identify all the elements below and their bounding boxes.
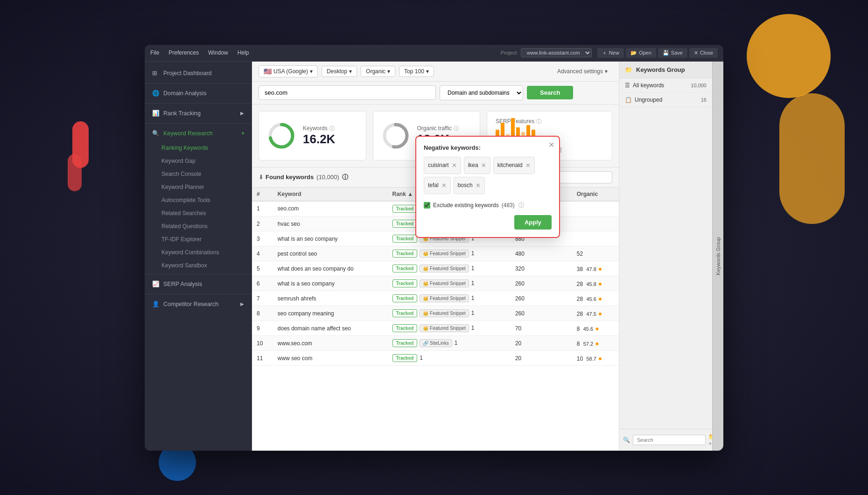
kd-dot: ● (595, 325, 599, 332)
organic-help-icon[interactable]: ⓘ (454, 125, 459, 132)
close-button[interactable]: ✕ Close (689, 48, 718, 58)
cell-rank: Tracked 👑 Featured Snippet 1 (388, 291, 511, 306)
neg-keyword-remove-button[interactable]: ✕ (476, 182, 481, 189)
keyword-text: seo.com (278, 205, 299, 212)
tracked-badge: Tracked (392, 279, 418, 287)
keyword-text: semrush ahrefs (278, 295, 316, 302)
sidebar-sub-keyword-gap[interactable]: Keyword Gap (145, 154, 252, 167)
neg-keyword-text: kitchenaid (497, 162, 523, 168)
exclude-help-icon[interactable]: ⓘ (518, 202, 524, 209)
rank-value: 1 (471, 265, 475, 272)
sidebar-sub-keyword-planner[interactable]: Keyword Planner (145, 181, 252, 194)
neg-keyword-tag: tefal✕ (424, 177, 451, 194)
keyword-text: seo company meaning (278, 310, 334, 317)
rank-tracking-arrow: ▶ (240, 111, 244, 116)
menu-file[interactable]: File (150, 49, 159, 56)
col-keyword[interactable]: Keyword (273, 188, 388, 201)
close-icon: ✕ (694, 50, 698, 56)
organic-traffic-donut (382, 122, 410, 150)
menu-window[interactable]: Window (208, 49, 228, 56)
cell-num: 4 (252, 246, 273, 261)
neg-keyword-remove-button[interactable]: ✕ (441, 182, 447, 189)
table-row: 11 www seo com Tracked 1 20 10 58.7● (252, 351, 619, 366)
expand-icon[interactable]: ⬇ (259, 174, 264, 181)
project-selector[interactable]: www.link-assistant.com (521, 48, 592, 57)
cell-num: 11 (252, 351, 273, 366)
sidebar-item-domain-analysis[interactable]: 🌐 Domain Analysis (145, 85, 252, 101)
cell-num: 9 (252, 321, 273, 336)
save-icon: 💾 (663, 50, 669, 56)
cell-num: 1 (252, 201, 273, 216)
cell-searches: 320 (511, 261, 572, 276)
sidebar-sub-tfidf-explorer[interactable]: TF-IDF Explorer (145, 233, 252, 246)
neg-keywords-list: cuisinart✕ikea✕kitchenaid✕tefal✕bosch✕ (424, 157, 552, 194)
neg-keyword-remove-button[interactable]: ✕ (452, 162, 457, 169)
device-selector[interactable]: Desktop ▾ (322, 66, 357, 77)
new-button[interactable]: ＋ New (597, 48, 624, 58)
location-chevron: ▾ (310, 68, 313, 75)
cell-searches: 260 (511, 291, 572, 306)
sidebar-item-keyword-research[interactable]: 🔍 Keyword Research ▾ (145, 125, 252, 141)
advanced-settings-button[interactable]: Advanced settings ▾ (553, 66, 612, 77)
menu-bar: File Preferences Window Help (150, 49, 501, 56)
sidebar-divider-1 (145, 83, 252, 84)
sidebar-sub-related-questions[interactable]: Related Questions (145, 220, 252, 233)
serp-help-icon[interactable]: ⓘ (536, 118, 541, 125)
sidebar-sub-related-searches[interactable]: Related Searches (145, 207, 252, 220)
vertical-tab[interactable]: Keywords Group (712, 62, 723, 451)
keywords-help-icon[interactable]: ⓘ (329, 125, 335, 132)
cell-rank: Tracked 👑 Featured Snippet 1 (388, 306, 511, 321)
keyword-text: what is an seo company (278, 236, 338, 242)
search-scope-selector[interactable]: Domain and subdomains (440, 85, 523, 100)
neg-keywords-close-button[interactable]: ✕ (548, 140, 554, 149)
flag-icon: 🇺🇸 (264, 68, 272, 75)
tracked-badge: Tracked (392, 250, 418, 258)
domain-search-input[interactable] (259, 85, 436, 100)
neg-keyword-remove-button[interactable]: ✕ (525, 162, 531, 169)
kd-dot: ● (598, 265, 602, 272)
cell-keyword: what is an seo company (273, 231, 388, 246)
search-button[interactable]: Search (527, 86, 573, 99)
neg-keyword-tag: bosch✕ (454, 177, 485, 194)
neg-keyword-tag: cuisinart✕ (424, 157, 461, 174)
menu-preferences[interactable]: Preferences (168, 49, 199, 56)
sidebar-item-rank-tracking[interactable]: 📊 Rank Tracking ▶ (145, 105, 252, 121)
save-button[interactable]: 💾 Save (658, 48, 687, 58)
found-keywords-help-icon[interactable]: ⓘ (342, 173, 348, 181)
cell-keyword: pest control seo (273, 246, 388, 261)
sidebar-sub-keyword-sandbox[interactable]: Keyword Sandbox (145, 259, 252, 272)
col-organic[interactable]: Organic (572, 188, 619, 201)
sidebar-sub-search-console[interactable]: Search Console (145, 167, 252, 181)
sidebar-sub-keyword-combinations[interactable]: Keyword Combinations (145, 246, 252, 259)
sidebar-sub-ranking-keywords[interactable]: Ranking Keywords (145, 141, 252, 154)
top100-selector[interactable]: Top 100 ▾ (399, 66, 434, 77)
right-panel-all-keywords[interactable]: ☰ All keywords 10,000 (619, 78, 712, 93)
open-icon: 📂 (630, 50, 637, 56)
right-panel-bottom: 🔍 📁+ (619, 429, 712, 451)
globe-icon: 🌐 (152, 90, 160, 97)
tracked-badge: Tracked (392, 205, 418, 213)
table-row: 4 pest control seo Tracked 👑 Featured Sn… (252, 246, 619, 261)
sidebar: ⊞ Project Dashboard 🌐 Domain Analysis 📊 … (145, 62, 252, 451)
rank-value: 1 (471, 250, 475, 257)
project-label: Project: (501, 50, 518, 56)
sidebar-divider-4 (145, 274, 252, 274)
neg-keyword-remove-button[interactable]: ✕ (481, 162, 486, 169)
sidebar-sub-autocomplete-tools[interactable]: Autocomplete Tools (145, 194, 252, 207)
sidebar-item-serp-analysis[interactable]: 📈 SERP Analysis (145, 276, 252, 292)
rank-value: 1 (471, 295, 475, 301)
right-panel-search-input[interactable] (633, 435, 706, 445)
location-selector[interactable]: 🇺🇸 USA (Google) ▾ (259, 65, 318, 77)
organic-selector[interactable]: Organic ▾ (361, 66, 395, 77)
exclude-checkbox[interactable] (424, 202, 430, 209)
menu-help[interactable]: Help (238, 49, 249, 56)
neg-keywords-exclude-row: Exclude existing keywords (483) ⓘ (424, 202, 552, 209)
open-button[interactable]: 📂 Open (626, 48, 656, 58)
serp-badge: 👑 Featured Snippet (420, 265, 469, 272)
table-row: 7 semrush ahrefs Tracked 👑 Featured Snip… (252, 291, 619, 306)
cell-num: 3 (252, 231, 273, 246)
sidebar-item-competitor-research[interactable]: 👤 Competitor Research ▶ (145, 296, 252, 312)
apply-button[interactable]: Apply (514, 215, 552, 230)
right-panel-ungrouped[interactable]: 📋 Ungrouped 16 (619, 93, 712, 107)
sidebar-item-project-dashboard[interactable]: ⊞ Project Dashboard (145, 65, 252, 81)
